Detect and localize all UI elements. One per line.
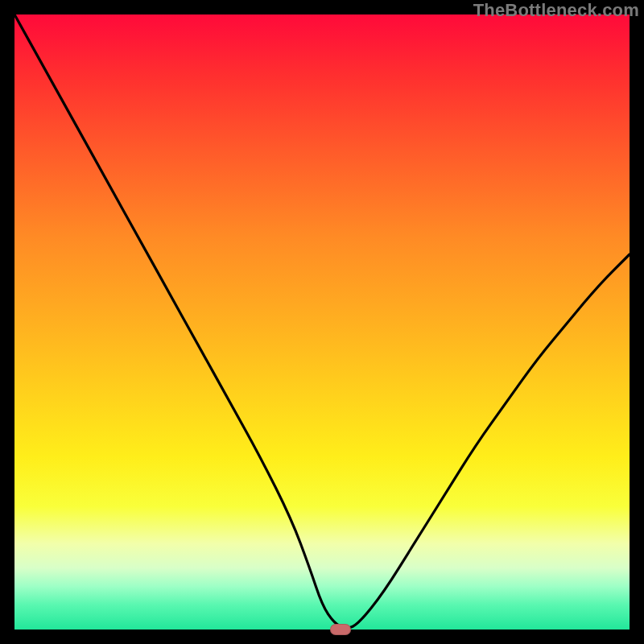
watermark-label: TheBottleneck.com (473, 0, 639, 21)
chart-frame: TheBottleneck.com (0, 0, 644, 644)
bottleneck-curve (14, 14, 630, 630)
optimal-marker (330, 624, 351, 635)
